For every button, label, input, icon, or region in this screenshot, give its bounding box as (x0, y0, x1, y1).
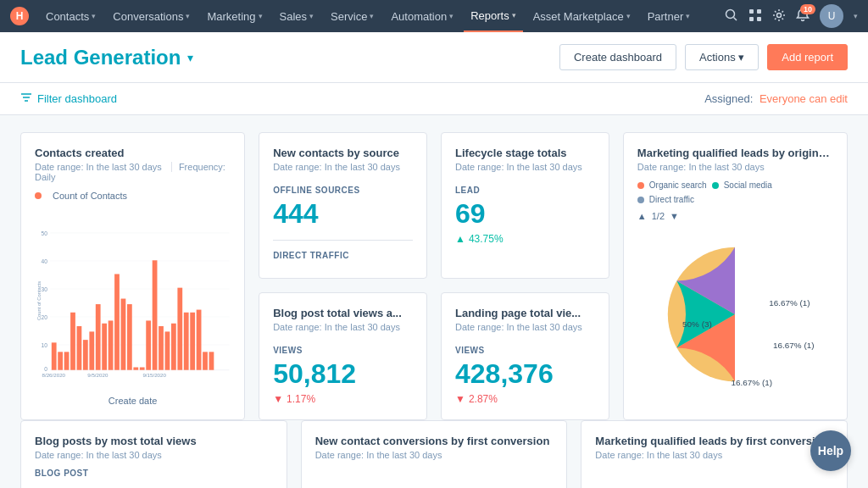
landing-metric-value: 428,376 (455, 358, 595, 390)
bottom-card-0-subtitle: Date range: In the last 30 days (35, 450, 273, 460)
svg-text:Count of Contacts: Count of Contacts (36, 281, 42, 320)
nav-partner[interactable]: Partner ▾ (641, 0, 698, 32)
landing-subtitle: Date range: In the last 30 days (455, 322, 595, 332)
svg-rect-4 (749, 9, 754, 14)
offline-value: 444 (273, 198, 413, 230)
landing-change: ▼ 2.87% (455, 393, 595, 405)
navbar: H Contacts ▾ Conversations ▾ Marketing ▾… (0, 0, 868, 32)
new-contacts-card: New contacts by source Date range: In th… (259, 132, 427, 279)
chevron-down-icon: ▾ (512, 11, 516, 19)
bottom-card-2-title: Marketing qualified leads by first conve… (595, 435, 833, 447)
pagination: ▲ 1/2 ▼ (637, 211, 833, 221)
avatar[interactable]: U (820, 4, 843, 28)
svg-text:8/26/2020: 8/26/2020 (42, 372, 66, 378)
chevron-down-icon: ▾ (449, 12, 453, 20)
svg-point-2 (726, 9, 735, 18)
bar-18 (165, 331, 170, 369)
apps-icon[interactable] (748, 8, 762, 25)
actions-button[interactable]: Actions ▾ (685, 44, 759, 70)
header-actions: Create dashboard Actions ▾ Add report (559, 44, 848, 70)
svg-rect-7 (757, 17, 761, 21)
down-arrow-icon-2: ▼ (455, 393, 465, 405)
blog-card: Blog post total views a... Date range: I… (259, 292, 427, 420)
actions-chevron-icon: ▾ (738, 51, 744, 64)
prev-icon[interactable]: ▲ (637, 211, 647, 221)
mql-legend: Organic search Social media Direct traff… (637, 180, 833, 204)
nav-marketing[interactable]: Marketing ▾ (200, 0, 269, 32)
svg-text:30: 30 (42, 286, 48, 292)
bottom-card-1-title: New contact conversions by first convers… (315, 435, 554, 447)
bottom-card-2: Marketing qualified leads by first conve… (581, 420, 848, 488)
search-icon[interactable] (725, 8, 738, 25)
svg-rect-5 (757, 9, 761, 14)
bar-14 (140, 368, 145, 370)
bar-23 (197, 310, 202, 370)
nav-conversations[interactable]: Conversations ▾ (106, 0, 197, 32)
svg-text:40: 40 (42, 258, 48, 264)
direct-label: DIRECT TRAFFIC (273, 251, 413, 260)
svg-text:16.67% (1): 16.67% (1) (770, 298, 810, 308)
bottom-cards-row: Blog posts by most total views Date rang… (0, 420, 868, 488)
notification-badge: 10 (800, 4, 815, 14)
bar-19 (171, 324, 176, 370)
svg-text:50% (3): 50% (3) (683, 319, 713, 329)
svg-text:10: 10 (42, 342, 48, 348)
contacts-created-subtitle: Date range: In the last 30 days Frequenc… (35, 162, 231, 182)
chevron-down-icon: ▾ (370, 12, 374, 20)
filter-dashboard-button[interactable]: Filter dashboard (20, 92, 117, 106)
filter-icon (20, 92, 32, 106)
add-report-button[interactable]: Add report (767, 44, 848, 70)
svg-text:16.67% (1): 16.67% (1) (774, 341, 815, 350)
nav-automation[interactable]: Automation ▾ (384, 0, 460, 32)
legend-organic-dot (637, 182, 644, 189)
legend-social-dot (712, 182, 719, 189)
new-contacts-subtitle: Date range: In the last 30 days (273, 162, 413, 172)
chevron-down-icon: ▾ (686, 12, 690, 20)
nav-contacts[interactable]: Contacts ▾ (39, 0, 103, 32)
svg-text:9/15/2020: 9/15/2020 (142, 372, 166, 378)
bottom-card-2-subtitle: Date range: In the last 30 days (595, 450, 833, 460)
page-title-dropdown-icon[interactable]: ▾ (187, 51, 193, 64)
bottom-card-0: Blog posts by most total views Date rang… (20, 420, 287, 488)
bar-11 (121, 299, 126, 370)
page-title: Lead Generation (20, 46, 181, 69)
lifecycle-stage-label: LEAD (455, 186, 595, 195)
assigned-link[interactable]: Everyone can edit (760, 92, 848, 105)
blog-change: ▼ 1.17% (273, 393, 413, 405)
lifecycle-stage-value: 69 (455, 198, 595, 230)
nav-service[interactable]: Service ▾ (324, 0, 381, 32)
help-button[interactable]: Help (810, 430, 851, 471)
bar-15 (146, 320, 151, 369)
nav-sales[interactable]: Sales ▾ (273, 0, 321, 32)
bar-7 (96, 304, 101, 370)
legend-dot (35, 192, 42, 199)
nav-reports[interactable]: Reports ▾ (464, 0, 523, 32)
nav-asset-marketplace[interactable]: Asset Marketplace ▾ (526, 0, 637, 32)
create-dashboard-button[interactable]: Create dashboard (559, 44, 676, 70)
new-contacts-title: New contacts by source (273, 147, 413, 159)
contacts-created-title: Contacts created (35, 147, 231, 159)
x-axis-label: Create date (35, 396, 231, 406)
filter-bar: Filter dashboard Assigned: Everyone can … (0, 83, 868, 115)
bar-9 (108, 320, 114, 369)
bar-2 (64, 352, 70, 369)
bar-4 (77, 326, 82, 370)
blog-metric-value: 50,812 (273, 358, 413, 390)
bar-13 (133, 368, 138, 370)
legend-direct-dot (637, 197, 644, 203)
bar-3 (70, 313, 75, 370)
notifications-icon[interactable]: 10 (796, 8, 810, 25)
chevron-down-icon: ▾ (309, 12, 314, 20)
nav-icons: 10 U ▾ (725, 4, 858, 28)
bar-1 (58, 352, 63, 369)
settings-icon[interactable] (772, 8, 786, 25)
bar-10 (114, 274, 120, 369)
bar-5 (83, 340, 88, 370)
svg-text:H: H (16, 10, 24, 22)
chevron-down-icon: ▾ (186, 12, 190, 20)
bar-25 (209, 352, 214, 369)
bar-chart-svg: 50 40 30 20 10 0 Count of Contacts (35, 208, 231, 394)
down-arrow-icon: ▼ (273, 393, 283, 405)
next-icon[interactable]: ▼ (670, 211, 679, 221)
hubspot-logo[interactable]: H (10, 7, 29, 25)
